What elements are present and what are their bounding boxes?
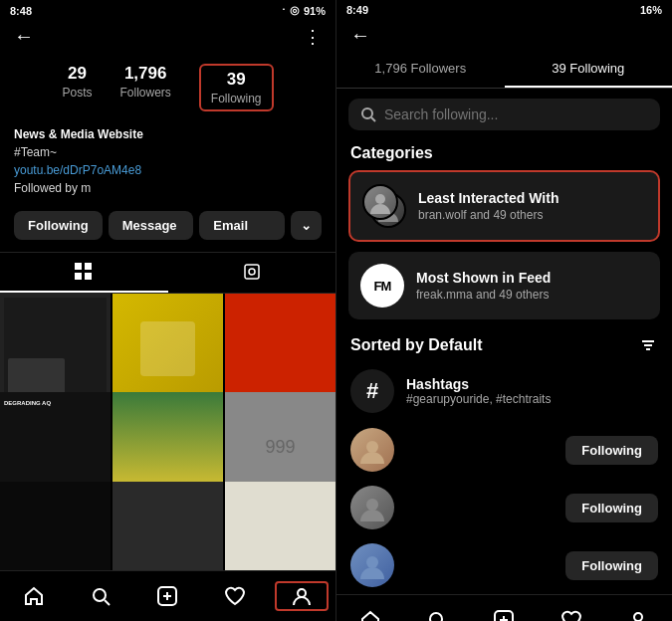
profile-username: News & Media Website [14, 125, 322, 143]
bottom-nav-left [0, 570, 336, 621]
hashtag-text: Hashtags #gearupyouride, #techtraits [406, 376, 551, 406]
photo-1[interactable] [0, 294, 111, 404]
tab-following[interactable]: 39 Following [505, 51, 673, 88]
followers-count: 1,796 [124, 64, 167, 84]
most-shown-title: Most Shown in Feed [416, 270, 551, 286]
profile-top-nav: ← ⋮ [0, 21, 336, 56]
photo-7[interactable] [0, 482, 111, 570]
hashtag-icon: # [350, 369, 394, 413]
svg-line-13 [371, 117, 375, 121]
nav-profile-right[interactable] [611, 605, 665, 621]
nav-heart-right[interactable] [545, 605, 598, 621]
email-button[interactable]: Email [199, 211, 285, 240]
dropdown-button[interactable]: ⌄ [291, 211, 322, 240]
search-bar[interactable] [348, 99, 660, 130]
left-panel: 8:48 ⋅ ◎ 91% ← ⋮ 29 Posts 1,796 Follower… [0, 0, 336, 621]
svg-point-17 [366, 499, 378, 511]
photo-9[interactable] [225, 482, 336, 570]
nav-add-right[interactable] [477, 605, 531, 621]
nav-search-left[interactable] [74, 581, 127, 611]
least-interacted-title: Least Interacted With [418, 190, 559, 206]
hashtag-row[interactable]: # Hashtags #gearupyouride, #techtraits [336, 361, 672, 421]
avatar-stack-1 [362, 184, 406, 228]
status-bar-left: 8:48 ⋅ ◎ 91% [0, 0, 336, 21]
svg-rect-0 [75, 263, 82, 270]
profile-info: News & Media Website #Team~ youtu.be/dDr… [0, 119, 336, 203]
profile-followed: Followed by m [14, 179, 322, 197]
least-interacted-card[interactable]: Least Interacted With bran.wolf and 49 o… [348, 170, 660, 242]
search-icon [360, 106, 376, 122]
svg-point-5 [249, 269, 255, 275]
sorted-header: Sorted by Default [336, 329, 672, 361]
bluetooth-icon: ⋅ [282, 4, 286, 17]
battery-right: 16% [640, 4, 662, 16]
least-interacted-text: Least Interacted With bran.wolf and 49 o… [418, 190, 559, 222]
profile-tabs [0, 252, 336, 294]
following-btn-3[interactable]: Following [565, 551, 658, 580]
right-panel: 8:49 16% ← 1,796 Followers 39 Following … [336, 0, 672, 621]
following-tabs: 1,796 Followers 39 Following [336, 51, 672, 89]
tab-grid[interactable] [0, 253, 168, 293]
following-label: Following [211, 92, 262, 105]
menu-icon[interactable]: ⋮ [304, 26, 322, 48]
bottom-nav-right [336, 594, 672, 621]
sort-icon[interactable] [638, 335, 658, 355]
user-avatar-2 [350, 486, 394, 529]
wifi-icon: ◎ [290, 4, 300, 17]
svg-rect-2 [75, 273, 82, 280]
photo-2[interactable] [112, 294, 223, 404]
status-bar-right: 8:49 16% [336, 0, 672, 20]
status-icons-right: 16% [640, 4, 662, 16]
svg-point-12 [362, 108, 372, 118]
following-button[interactable]: Following [14, 211, 103, 240]
photo-8[interactable]: WATER SAVE [112, 482, 223, 570]
svg-point-19 [430, 613, 442, 621]
time-left: 8:48 [10, 5, 32, 17]
followers-label: Followers [119, 86, 170, 100]
following-btn-1[interactable]: Following [565, 436, 658, 465]
nav-home-left[interactable] [7, 581, 61, 611]
nav-add-left[interactable] [140, 581, 194, 611]
svg-point-14 [375, 194, 385, 204]
followers-stat[interactable]: 1,796 Followers [119, 64, 170, 111]
posts-count: 29 [68, 64, 87, 84]
most-shown-text: Most Shown in Feed freak.mma and 49 othe… [416, 270, 551, 302]
action-buttons: Following Message Email ⌄ [0, 203, 336, 248]
svg-line-7 [105, 600, 110, 605]
back-icon[interactable]: ← [14, 25, 34, 48]
most-shown-card[interactable]: FM Most Shown in Feed freak.mma and 49 o… [348, 252, 660, 319]
following-btn-2[interactable]: Following [565, 494, 658, 522]
most-shown-sub: freak.mma and 49 others [416, 288, 551, 302]
nav-profile-left[interactable] [275, 581, 329, 611]
follow-row-3: Following [336, 536, 672, 594]
posts-stat[interactable]: 29 Posts [62, 64, 92, 111]
svg-rect-4 [245, 265, 259, 279]
photo-3[interactable] [225, 294, 336, 404]
hashtag-tags: #gearupyouride, #techtraits [406, 392, 551, 406]
back-icon-right[interactable]: ← [350, 24, 370, 47]
profile-stats: 29 Posts 1,796 Followers 39 Following [0, 56, 336, 119]
message-button[interactable]: Message [109, 211, 194, 240]
profile-bio1: #Team~ [14, 143, 322, 161]
hashtag-name: Hashtags [406, 376, 551, 392]
nav-heart-left[interactable] [208, 581, 262, 611]
nav-home-right[interactable] [343, 605, 397, 621]
photo-grid: DEGRADING AQ 999 WATER SAVE [0, 294, 336, 570]
battery-left: 91% [304, 5, 326, 17]
least-interacted-sub: bran.wolf and 49 others [418, 208, 559, 222]
right-top-nav: ← [336, 20, 672, 51]
svg-point-24 [634, 613, 642, 621]
following-count: 39 [227, 70, 246, 90]
tab-followers[interactable]: 1,796 Followers [336, 51, 505, 88]
avatar-a [362, 184, 398, 220]
tab-tagged[interactable] [168, 253, 336, 293]
search-input[interactable] [384, 106, 648, 122]
following-stat[interactable]: 39 Following [199, 64, 274, 111]
profile-link[interactable]: youtu.be/dDrP7oAM4e8 [14, 161, 322, 179]
hashtag-symbol: # [366, 378, 378, 404]
time-right: 8:49 [346, 4, 368, 16]
follow-row-2: Following [336, 479, 672, 536]
nav-search-right[interactable] [410, 605, 464, 621]
sorted-label: Sorted by Default [350, 336, 482, 354]
svg-point-16 [366, 441, 378, 453]
